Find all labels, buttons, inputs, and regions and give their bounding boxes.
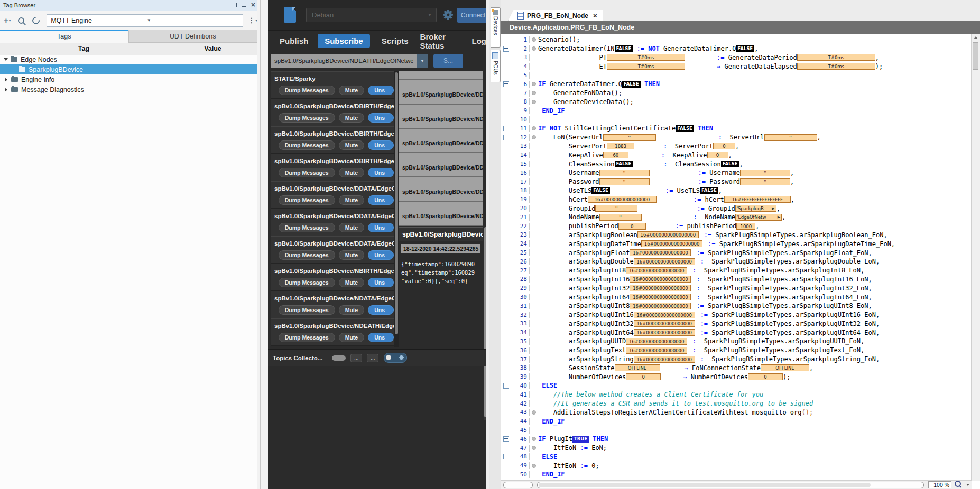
- breakpoint-dot-icon[interactable]: [532, 46, 536, 51]
- connect-button[interactable]: Connect: [457, 8, 486, 23]
- zoom-dropdown-icon[interactable]: [966, 484, 969, 486]
- unsubscribe-button[interactable]: Uns: [368, 195, 394, 205]
- tab-tags[interactable]: Tags: [0, 30, 128, 43]
- tree-row-sparkplugbdevice[interactable]: SparkplugBDevice: [0, 64, 257, 74]
- breakpoint-dot-icon[interactable]: [532, 437, 536, 441]
- dock-tab-pous[interactable]: POUs: [491, 50, 501, 82]
- scrollbar-segment[interactable]: [503, 482, 533, 488]
- fold-collapse-icon[interactable]: [503, 46, 509, 52]
- breakpoint-column[interactable]: [530, 464, 538, 468]
- breakpoint-dot-icon[interactable]: [532, 37, 536, 42]
- subscription-row[interactable]: spBv1.0/SparkplugBDevice/DDATA/EdgeOfNet…: [271, 209, 394, 236]
- nav-tab-log[interactable]: Log: [472, 36, 487, 45]
- expand-icon[interactable]: [5, 88, 7, 92]
- dump-messages-button[interactable]: Dump Messages: [279, 278, 335, 287]
- subscription-row[interactable]: spBv1.0/SparkplugBDevice/NBIRTH/EdgeOfNe…: [271, 264, 394, 291]
- nav-tab-subscribe[interactable]: Subscribe: [318, 34, 370, 48]
- scrollbar-thumb[interactable]: [539, 483, 871, 487]
- breakpoint-column[interactable]: [530, 135, 538, 139]
- fold-collapse-icon[interactable]: [503, 135, 509, 140]
- message-timestamp[interactable]: 18-12-2020 14:42:22.5294265: [401, 244, 480, 253]
- tree-row-message-diagnostics[interactable]: Message Diagnostics: [0, 84, 257, 95]
- subscription-row[interactable]: STATE/SparkyDump MessagesMuteUns: [271, 71, 394, 99]
- unsubscribe-button[interactable]: Uns: [368, 250, 394, 260]
- breakpoint-dot-icon[interactable]: [532, 446, 536, 450]
- column-header-value[interactable]: Value: [168, 43, 257, 55]
- unsubscribe-button[interactable]: Uns: [368, 278, 394, 287]
- breakpoint-dot-icon[interactable]: [532, 91, 536, 95]
- tag-browser-titlebar[interactable]: Tag Browser ×: [0, 0, 257, 11]
- breakpoint-column[interactable]: [530, 82, 538, 86]
- refresh-icon[interactable]: [31, 15, 41, 26]
- subscribe-button[interactable]: S...: [433, 54, 463, 68]
- breakpoint-dot-icon[interactable]: [532, 410, 536, 415]
- mute-button[interactable]: Mute: [339, 86, 365, 95]
- add-tag-dropdown-icon[interactable]: ▾: [9, 18, 11, 23]
- subscription-row[interactable]: spBv1.0/SparkplugBDevice/DBIRTH/EdgeOfNe…: [271, 154, 394, 181]
- restore-icon[interactable]: [232, 3, 237, 7]
- fold-collapse-icon[interactable]: [503, 126, 509, 131]
- mute-button[interactable]: Mute: [339, 195, 365, 205]
- breakpoint-column[interactable]: [530, 46, 538, 51]
- breakpoint-column[interactable]: [530, 437, 538, 441]
- editor-horizontal-scrollbar[interactable]: 100 %: [501, 480, 972, 489]
- nav-tab-scripts[interactable]: Scripts: [382, 36, 409, 45]
- mute-button[interactable]: Mute: [339, 305, 365, 315]
- subscription-row[interactable]: spBv1.0/SparkplugBDevice/DDATA/EdgeOfNet…: [271, 236, 394, 264]
- collapse-icon[interactable]: [4, 58, 8, 61]
- incoming-row[interactable]: spBv1.0/SparkplugBDevice/NDAT: [399, 105, 483, 129]
- mute-button[interactable]: Mute: [339, 140, 365, 150]
- minimize-icon[interactable]: [242, 6, 246, 7]
- scrollbar-thumb[interactable]: [973, 42, 978, 70]
- expand-icon[interactable]: [5, 78, 7, 82]
- dump-messages-button[interactable]: Dump Messages: [279, 140, 335, 150]
- subscription-row[interactable]: spBv1.0/SparkplugBDevice/DBIRTH/EdgeOfNe…: [271, 99, 394, 126]
- tag-provider-combobox[interactable]: MQTT Engine ▼: [47, 14, 243, 27]
- profile-file-icon[interactable]: [284, 7, 296, 23]
- breakpoint-dot-icon[interactable]: [532, 100, 536, 104]
- unsubscribe-button[interactable]: Uns: [368, 168, 394, 177]
- expand-arrow-icon[interactable]: ▶: [772, 205, 774, 212]
- topic-combobox[interactable]: spBv1.0/SparkplugBDevice/NDEATH/EdgeOfNe…: [271, 54, 428, 68]
- collector-toggle[interactable]: [384, 353, 407, 363]
- unsubscribe-button[interactable]: Uns: [368, 305, 394, 315]
- incoming-row-partial[interactable]: [399, 71, 483, 80]
- breakpoint-column[interactable]: [530, 446, 538, 450]
- breakpoint-column[interactable]: [530, 100, 538, 104]
- fold-collapse-icon[interactable]: [503, 383, 509, 389]
- tab-udt-definitions[interactable]: UDT Definitions: [128, 30, 258, 43]
- breakpoint-dot-icon[interactable]: [532, 464, 536, 468]
- tab-close-icon[interactable]: ×: [593, 13, 597, 18]
- topic-combobox-arrow-icon[interactable]: ▼: [417, 54, 428, 68]
- subscription-row[interactable]: spBv1.0/SparkplugBDevice/DBIRTH/EdgeOfNe…: [271, 126, 394, 154]
- breakpoint-dot-icon[interactable]: [532, 126, 536, 130]
- panel-splitter[interactable]: [257, 0, 268, 489]
- collector-more-button-1[interactable]: …: [350, 354, 362, 362]
- zoom-magnifier-icon[interactable]: [955, 481, 961, 487]
- message-topic-header[interactable]: spBv1.0/SparkplugBDevice.: [399, 227, 483, 241]
- unsubscribe-button[interactable]: Uns: [368, 113, 394, 123]
- breakpoint-dot-icon[interactable]: [532, 135, 536, 139]
- scrollbar-track[interactable]: [537, 482, 924, 488]
- breakpoint-column[interactable]: [530, 410, 538, 415]
- subscription-row[interactable]: spBv1.0/SparkplugBDevice/DDATA/EdgeOfNet…: [271, 181, 394, 209]
- dump-messages-button[interactable]: Dump Messages: [279, 195, 335, 205]
- editor-tab[interactable]: PRG_FB_EoN_Node ×: [508, 10, 603, 21]
- mute-button[interactable]: Mute: [339, 333, 365, 342]
- mute-button[interactable]: Mute: [339, 113, 365, 123]
- close-icon[interactable]: ×: [251, 2, 255, 8]
- incoming-row[interactable]: spBv1.0/SparkplugBDevice/DDAT: [399, 129, 483, 153]
- zoom-level-field[interactable]: 100 %: [928, 481, 951, 488]
- breakpoint-column[interactable]: [530, 37, 538, 42]
- fold-collapse-icon[interactable]: [503, 454, 509, 459]
- collector-more-button-2[interactable]: …: [367, 354, 378, 362]
- kebab-menu-icon[interactable]: ⋮: [248, 16, 255, 24]
- tree-row-edge-nodes[interactable]: Edge Nodes: [0, 54, 257, 64]
- subscription-row[interactable]: spBv1.0/SparkplugBDevice/NDEATH/EdgeOfNe…: [271, 318, 394, 346]
- mute-button[interactable]: Mute: [339, 250, 365, 260]
- column-header-tag[interactable]: Tag: [0, 43, 168, 55]
- dump-messages-button[interactable]: Dump Messages: [279, 333, 335, 342]
- nav-tab-publish[interactable]: Publish: [280, 36, 308, 45]
- dump-messages-button[interactable]: Dump Messages: [279, 305, 335, 315]
- chevron-down-icon[interactable]: ▼: [143, 18, 243, 23]
